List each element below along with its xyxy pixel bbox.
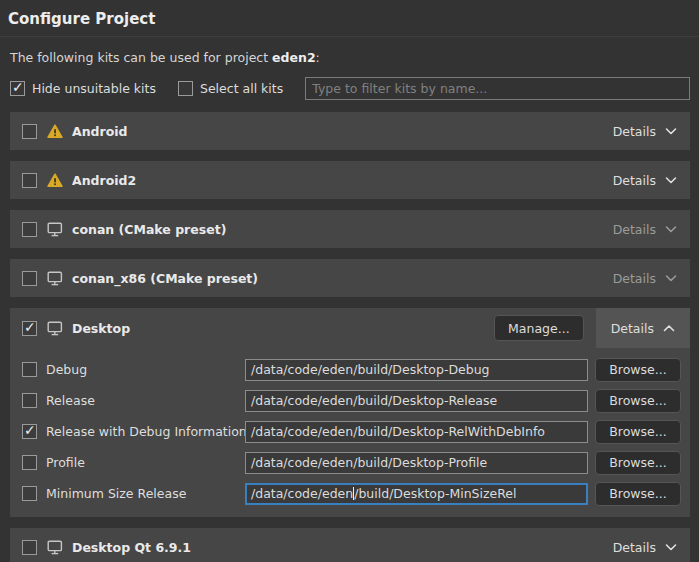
build-config-option[interactable]: Profile <box>22 455 245 470</box>
intro-text: The following kits can be used for proje… <box>10 50 689 65</box>
build-config-checkbox[interactable] <box>22 486 37 501</box>
build-dir-value: /data/code/eden <box>251 486 353 501</box>
build-config-label: Minimum Size Release <box>46 486 186 501</box>
chevron-down-icon <box>665 127 677 135</box>
details-label: Details <box>613 222 656 237</box>
page-title: Configure Project <box>0 0 699 36</box>
kit-checkbox[interactable] <box>22 222 37 237</box>
build-config-checkbox[interactable] <box>22 424 37 439</box>
warning-icon <box>47 173 63 188</box>
kit-name: Desktop <box>72 321 130 336</box>
details-button[interactable]: Details <box>600 112 690 150</box>
kit-name: Desktop Qt 6.9.1 <box>72 540 191 555</box>
kit-row-conan: conan (CMake preset) Details <box>10 210 690 248</box>
kit-row-conan-x86: conan_x86 (CMake preset) Details <box>10 259 690 297</box>
kit-row-desktop: Desktop Manage... Details <box>10 308 690 348</box>
kit-row-android2: Android2 Details <box>10 161 690 199</box>
select-all-kits-option[interactable]: Select all kits <box>178 81 283 96</box>
kit-checkbox[interactable] <box>22 173 37 188</box>
browse-button[interactable]: Browse... <box>595 420 681 444</box>
kit-checkbox[interactable] <box>22 124 37 139</box>
build-config-row-release: Release /data/code/eden/build/Desktop-Re… <box>10 385 690 416</box>
build-config-checkbox[interactable] <box>22 455 37 470</box>
build-config-checkbox[interactable] <box>22 362 37 377</box>
project-name: eden2 <box>272 50 316 65</box>
kit-name: conan (CMake preset) <box>72 222 226 237</box>
title-divider <box>0 36 699 37</box>
build-config-row-debug: Debug /data/code/eden/build/Desktop-Debu… <box>10 354 690 385</box>
build-dir-value: /data/code/eden/build/Desktop-Release <box>251 393 497 408</box>
build-dir-value: /data/code/eden/build/Desktop-Profile <box>251 455 487 470</box>
hide-unsuitable-kits-checkbox[interactable] <box>10 81 25 96</box>
select-all-kits-checkbox[interactable] <box>178 81 193 96</box>
browse-button[interactable]: Browse... <box>595 451 681 475</box>
browse-button[interactable]: Browse... <box>595 482 681 506</box>
build-dir-input[interactable]: /data/code/eden/build/Desktop-Profile <box>245 452 588 474</box>
kit-name: Android2 <box>72 173 136 188</box>
build-dir-value: /data/code/eden/build/Desktop-RelWithDeb… <box>251 424 545 439</box>
build-dir-input[interactable]: /data/code/eden/build/Desktop-Release <box>245 390 588 412</box>
details-label: Details <box>613 173 656 188</box>
chevron-down-icon <box>665 225 677 233</box>
details-button[interactable]: Details <box>596 308 690 348</box>
build-dir-value: /data/code/eden/build/Desktop-Debug <box>251 362 490 377</box>
build-config-option[interactable]: Release <box>22 393 245 408</box>
kit-panel-desktop: Desktop Manage... Details Debug /data/co… <box>10 308 690 517</box>
build-config-row-minsizerel: Minimum Size Release /data/code/eden/bui… <box>10 478 690 509</box>
monitor-icon <box>47 540 63 555</box>
monitor-icon <box>47 222 63 237</box>
chevron-down-icon <box>665 176 677 184</box>
build-dir-input[interactable]: /data/code/eden/build/Desktop-Debug <box>245 359 588 381</box>
details-label: Details <box>613 540 656 555</box>
monitor-icon <box>47 321 63 336</box>
build-config-option[interactable]: Release with Debug Information <box>22 424 245 439</box>
hide-unsuitable-kits-option[interactable]: Hide unsuitable kits <box>10 81 156 96</box>
details-button[interactable]: Details <box>600 210 690 248</box>
build-config-label: Profile <box>46 455 85 470</box>
kit-checkbox[interactable] <box>22 540 37 555</box>
build-config-label: Debug <box>46 362 87 377</box>
intro-suffix: : <box>316 50 320 65</box>
build-config-option[interactable]: Debug <box>22 362 245 377</box>
build-config-section: Debug /data/code/eden/build/Desktop-Debu… <box>10 348 690 517</box>
build-config-row-relwithdebinfo: Release with Debug Information /data/cod… <box>10 416 690 447</box>
chevron-up-icon <box>663 324 675 332</box>
details-label: Details <box>611 321 654 336</box>
kit-list: Android Details Android2 Details conan (… <box>0 112 699 562</box>
build-config-label: Release with Debug Information <box>46 424 247 439</box>
select-all-kits-label: Select all kits <box>200 81 283 96</box>
build-config-row-profile: Profile /data/code/eden/build/Desktop-Pr… <box>10 447 690 478</box>
build-config-label: Release <box>46 393 95 408</box>
kit-checkbox[interactable] <box>22 271 37 286</box>
kit-name: Android <box>72 124 128 139</box>
intro-prefix: The following kits can be used for proje… <box>10 50 272 65</box>
build-dir-input-focused[interactable]: /data/code/eden/build/Desktop-MinSizeRel <box>245 483 588 505</box>
kit-name: conan_x86 (CMake preset) <box>72 271 258 286</box>
kit-filter-input[interactable] <box>305 77 690 100</box>
hide-unsuitable-kits-label: Hide unsuitable kits <box>32 81 156 96</box>
build-config-checkbox[interactable] <box>22 393 37 408</box>
browse-button[interactable]: Browse... <box>595 389 681 413</box>
details-button[interactable]: Details <box>600 161 690 199</box>
browse-button[interactable]: Browse... <box>595 358 681 382</box>
chevron-down-icon <box>665 274 677 282</box>
build-dir-input[interactable]: /data/code/eden/build/Desktop-RelWithDeb… <box>245 421 588 443</box>
build-dir-value: /build/Desktop-MinSizeRel <box>354 486 516 501</box>
kit-controls: Hide unsuitable kits Select all kits <box>10 77 690 100</box>
kit-row-android: Android Details <box>10 112 690 150</box>
details-label: Details <box>613 124 656 139</box>
monitor-icon <box>47 271 63 286</box>
details-button[interactable]: Details <box>600 528 690 562</box>
manage-button[interactable]: Manage... <box>494 315 584 341</box>
warning-icon <box>47 124 63 139</box>
details-label: Details <box>613 271 656 286</box>
kit-checkbox[interactable] <box>22 321 37 336</box>
chevron-down-icon <box>665 543 677 551</box>
details-button[interactable]: Details <box>600 259 690 297</box>
kit-row-desktop-qt-691: Desktop Qt 6.9.1 Details <box>10 528 690 562</box>
build-config-option[interactable]: Minimum Size Release <box>22 486 245 501</box>
